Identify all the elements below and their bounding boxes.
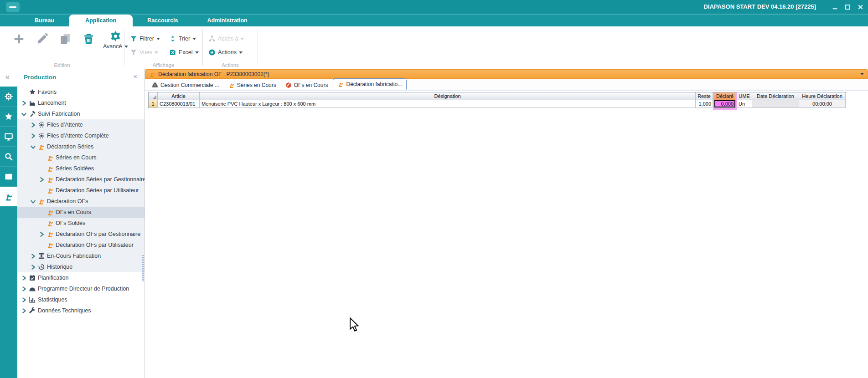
menu-tab-administration[interactable]: Administration [193, 15, 262, 26]
chevron-down-icon[interactable] [30, 144, 36, 150]
column-header-ume[interactable]: UME [737, 92, 752, 100]
tree-item-historique[interactable]: Historique [17, 261, 145, 272]
tree-item-declaration-series-utilisateur[interactable]: Déclaration Séries par Utilisateur [17, 185, 145, 196]
column-header-article[interactable]: Article [158, 92, 200, 100]
chevron-down-icon [195, 51, 199, 56]
column-header-declare[interactable]: Déclaré [713, 92, 737, 100]
declare-edit-cell[interactable]: 0,000 [714, 100, 735, 107]
chevron-right-icon[interactable] [21, 275, 27, 281]
mouse-cursor [349, 317, 359, 332]
column-header-date-declaration[interactable]: Date Déclaration [752, 92, 799, 100]
sort-button[interactable]: Trier [169, 32, 204, 46]
blocked-icon [285, 82, 292, 88]
tree-item-programme-directeur[interactable]: Programme Directeur de Production [17, 283, 145, 294]
tree-item-planification[interactable]: Planification [17, 272, 145, 283]
strip-helm-icon[interactable] [0, 87, 17, 107]
minimize-button[interactable] [832, 4, 838, 10]
register-icon [152, 82, 158, 88]
add-button[interactable] [13, 33, 25, 45]
chevron-down-icon [155, 51, 158, 56]
robot-arm-icon [38, 143, 45, 150]
strip-monitor-icon[interactable] [0, 127, 17, 147]
column-header-designation[interactable]: Désignation [200, 92, 696, 100]
sidebar-close-button[interactable]: × [133, 73, 137, 80]
views-button[interactable]: Vues [130, 46, 169, 59]
tree-item-declaration-series[interactable]: Déclaration Séries [17, 141, 145, 152]
chevron-right-icon[interactable] [21, 297, 27, 303]
tree-scrollbar-thumb[interactable] [142, 255, 144, 281]
sidebar-collapse-button[interactable]: « [5, 73, 10, 81]
chevron-right-icon[interactable] [30, 122, 36, 128]
factory-icon [29, 99, 36, 107]
chevron-right-icon[interactable] [39, 177, 45, 183]
chevron-right-icon[interactable] [21, 100, 27, 106]
chevron-right-icon[interactable] [30, 133, 36, 139]
robot-arm-icon [149, 71, 155, 77]
tab-ofs-en-cours[interactable]: OFs en Cours [281, 80, 332, 90]
menu-tab-raccourcis[interactable]: Raccourcis [133, 15, 192, 26]
ribbon-group-edition: Avancé Edition [0, 26, 124, 69]
sidebar-production: « Production × Favoris Lancement Suivi F… [0, 69, 145, 378]
column-header-heure-declaration[interactable]: Heure Déclaration [799, 92, 846, 100]
tree-item-statistiques[interactable]: Statistiques [17, 294, 145, 305]
tab-declaration-fabrication[interactable]: Déclaration fabricatio... [333, 78, 407, 90]
menu-tab-application[interactable]: Application [69, 15, 133, 26]
tree-item-declaration-ofs-utilisateur[interactable]: Déclaration OFs par Utilisateur [17, 240, 145, 250]
press-icon [38, 252, 45, 260]
chevron-right-icon[interactable] [21, 308, 27, 314]
tree-item-en-cours-fabrication[interactable]: En-Cours Fabrication [17, 250, 145, 261]
grid-row-1[interactable]: 1 C230800013/01 Menuiserie PVC Hauteur x… [149, 100, 847, 108]
access-button[interactable]: Accès à [208, 32, 254, 46]
tree-item-favoris[interactable]: Favoris [17, 87, 145, 97]
chevron-right-icon[interactable] [39, 231, 45, 237]
tree-item-declaration-ofs-gestionnaire[interactable]: Déclaration OFs par Gestionnaire [17, 229, 145, 240]
tree-item-ofs-soldes[interactable]: OFs Soldés [17, 218, 145, 229]
tree-item-files-attente-complete[interactable]: Files d'Attente Complète [17, 130, 145, 141]
declare-column-highlight [713, 108, 737, 110]
cell-heure-declaration: 00:00:00 [799, 100, 846, 108]
app-logo-icon [6, 2, 20, 12]
strip-star-icon[interactable] [0, 107, 17, 127]
history-icon [38, 263, 45, 271]
tree-item-declaration-ofs[interactable]: Déclaration OFs [17, 196, 145, 207]
tree-item-suivi-fabrication[interactable]: Suivi Fabrication [17, 108, 145, 119]
close-button[interactable] [857, 4, 863, 10]
maximize-button[interactable] [844, 4, 851, 10]
select-all-header[interactable] [149, 92, 158, 100]
strip-robot-arm-icon[interactable] [0, 187, 17, 206]
excel-button[interactable]: Excel [169, 46, 204, 59]
tree-item-series-soldees[interactable]: Séries Soldées [17, 163, 145, 174]
robot-arm-icon [228, 82, 235, 88]
document-bar-title: Déclaration fabrication OF : P2338000300… [158, 71, 269, 77]
robot-arm-icon [46, 154, 54, 161]
delete-button[interactable] [83, 33, 95, 45]
chevron-down-icon[interactable] [21, 111, 27, 117]
tree-item-lancement[interactable]: Lancement [17, 97, 145, 108]
row-number-cell[interactable]: 1 [149, 100, 158, 108]
filter-button[interactable]: Filtrer [130, 32, 169, 46]
application-window: DIAPASON START DEV 04.16.20 [27225] Bure… [0, 0, 868, 378]
main-content: Déclaration fabrication OF : P2338000300… [145, 69, 868, 378]
actions-button[interactable]: Actions [208, 46, 254, 59]
copy-button[interactable] [59, 33, 72, 45]
chevron-down-icon[interactable] [30, 199, 36, 204]
window-title: DIAPASON START DEV 04.16.20 [27225] [703, 0, 816, 14]
tree-item-ofs-en-cours[interactable]: OFs en Cours [17, 207, 145, 218]
tree-item-series-en-cours[interactable]: Séries en Cours [17, 152, 145, 163]
chevron-right-icon[interactable] [21, 286, 27, 292]
tree-item-declaration-series-gestionnaire[interactable]: Déclaration Séries par Gestionnaire [17, 174, 145, 185]
tree-item-donnees-techniques[interactable]: Données Techniques [17, 305, 145, 316]
menu-tab-bureau[interactable]: Bureau [20, 15, 69, 26]
edit-button[interactable] [36, 33, 48, 45]
document-bar-menu-chevron[interactable] [860, 73, 864, 77]
group-label-edition: Edition [0, 62, 124, 68]
strip-columns-icon[interactable] [0, 167, 17, 187]
chevron-right-icon[interactable] [30, 264, 36, 270]
tab-series-en-cours[interactable]: Séries en Cours [224, 80, 280, 90]
tab-gestion-commerciale[interactable]: Gestion Commerciale ... [148, 80, 223, 90]
sort-icon [169, 35, 176, 42]
column-header-reste[interactable]: Reste [696, 92, 713, 100]
strip-search-icon[interactable] [0, 147, 17, 167]
tree-item-files-attente[interactable]: Files d'Attente [17, 119, 145, 130]
chevron-right-icon[interactable] [30, 253, 36, 259]
